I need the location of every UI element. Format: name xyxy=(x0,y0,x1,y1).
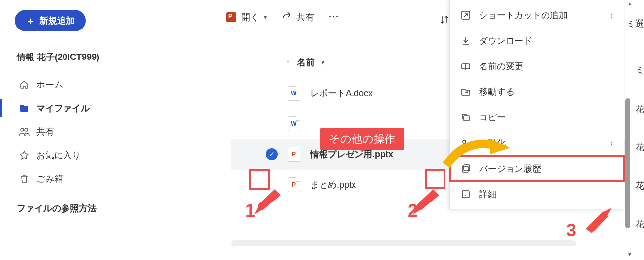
annotation-number-2: 2 xyxy=(408,201,418,221)
horizontal-scrollbar[interactable] xyxy=(231,240,576,246)
sidebar: ＋ 新規追加 情報 花子(20ICT999) ホーム マイファイル 共有 xyxy=(0,0,148,260)
ppt-file-icon: P xyxy=(288,147,300,162)
edge-fragment: 花 xyxy=(635,142,644,153)
annotation-arrow-yellow xyxy=(441,136,515,170)
download-icon xyxy=(460,36,471,46)
nav-list: ホーム マイファイル 共有 お気に入り ごみ箱 xyxy=(15,73,148,191)
chevron-down-icon: ▾ xyxy=(322,59,324,66)
ctx-details[interactable]: 詳細 xyxy=(450,181,624,207)
ctx-label: 名前の変更 xyxy=(479,60,523,72)
nav-label: お気に入り xyxy=(36,149,81,161)
share-icon xyxy=(282,11,291,23)
home-icon xyxy=(19,80,30,89)
svg-rect-4 xyxy=(464,116,469,121)
ctx-add-shortcut[interactable]: ショートカットの追加 › xyxy=(450,2,624,28)
svg-marker-16 xyxy=(490,139,510,154)
nav-label: マイファイル xyxy=(36,102,90,114)
powerpoint-icon xyxy=(226,12,236,22)
word-file-icon: W xyxy=(288,116,300,131)
annotation-arrow-3 xyxy=(581,206,615,233)
ctx-move[interactable]: 移動する xyxy=(450,79,624,105)
annotation-number-1: 1 xyxy=(245,201,255,221)
new-button[interactable]: ＋ 新規追加 xyxy=(15,10,86,31)
chevron-right-icon: › xyxy=(610,10,613,21)
nav-favorites[interactable]: お気に入り xyxy=(15,144,148,167)
callout-text: その他の操作 xyxy=(329,133,395,145)
scroll-up-icon[interactable]: ▴ xyxy=(628,0,631,7)
nav-label: 共有 xyxy=(36,126,54,138)
trash-icon xyxy=(19,174,30,184)
new-button-label: 新規追加 xyxy=(39,15,75,27)
ctx-label: ショートカットの追加 xyxy=(479,9,568,21)
shortcut-icon xyxy=(460,10,471,20)
ctx-download[interactable]: ダウンロード xyxy=(450,28,624,54)
nav-label: ホーム xyxy=(36,79,63,90)
edge-fragment: ミ xyxy=(635,64,644,76)
ctx-label: ダウンロード xyxy=(479,35,532,47)
ctx-copy[interactable]: コピー xyxy=(450,105,624,130)
user-name: 情報 花子(20ICT999) xyxy=(17,51,148,63)
svg-point-1 xyxy=(25,128,28,131)
folder-icon xyxy=(19,104,30,113)
copy-icon xyxy=(460,113,471,122)
plus-icon: ＋ xyxy=(26,16,35,26)
nav-trash[interactable]: ごみ箱 xyxy=(15,167,148,191)
ctx-label: 詳細 xyxy=(479,188,497,200)
scroll-down-icon[interactable]: ▾ xyxy=(628,251,631,258)
nav-shared[interactable]: 共有 xyxy=(15,120,148,144)
row-checkbox[interactable] xyxy=(266,87,278,99)
ctx-rename[interactable]: 名前の変更 xyxy=(450,54,624,79)
edge-fragment: 花 xyxy=(635,103,644,115)
row-checkbox-checked[interactable]: ✓ xyxy=(266,148,278,160)
ctx-label: コピー xyxy=(479,112,506,123)
nav-home[interactable]: ホーム xyxy=(15,73,148,96)
chevron-down-icon: ▾ xyxy=(264,14,267,21)
toolbar-more[interactable]: ··· xyxy=(329,12,339,22)
nav-my-files[interactable]: マイファイル xyxy=(15,96,148,120)
rename-icon xyxy=(460,62,471,71)
edge-fragment: 花 xyxy=(635,180,644,192)
edge-fragment: 花 xyxy=(635,218,644,230)
svg-rect-3 xyxy=(462,64,470,69)
svg-point-0 xyxy=(21,128,24,131)
chevron-right-icon: › xyxy=(610,138,613,148)
people-icon xyxy=(19,127,30,136)
share-button[interactable]: 共有 xyxy=(282,11,314,23)
annotation-number-3: 3 xyxy=(566,220,576,241)
row-checkbox[interactable] xyxy=(266,118,278,130)
move-icon xyxy=(460,87,471,96)
annotation-box-2 xyxy=(425,169,445,189)
open-label: 開く xyxy=(241,11,259,23)
sort-icon[interactable] xyxy=(439,15,449,27)
star-icon xyxy=(19,150,30,160)
context-menu: ショートカットの追加 › ダウンロード 名前の変更 移動する コピー 自動化 › xyxy=(449,0,624,209)
open-menu[interactable]: 開く ▾ xyxy=(226,11,267,23)
scrollbar-thumb[interactable] xyxy=(625,98,630,228)
sidebar-section-title: ファイルの参照方法 xyxy=(15,202,148,214)
nav-label: ごみ箱 xyxy=(36,173,63,185)
edge-fragment: ミ選 xyxy=(626,18,644,29)
arrow-up-icon: ↑ xyxy=(286,58,290,68)
details-icon xyxy=(460,189,471,199)
ppt-file-icon: P xyxy=(288,177,300,192)
svg-rect-9 xyxy=(462,191,469,198)
ctx-label: 移動する xyxy=(479,86,515,98)
annotation-callout: その他の操作 xyxy=(320,128,404,150)
word-file-icon: W xyxy=(288,86,300,101)
column-name-label: 名前 xyxy=(297,57,315,68)
share-label: 共有 xyxy=(296,11,314,23)
file-toolbar: 開く ▾ 共有 ··· xyxy=(226,11,339,23)
